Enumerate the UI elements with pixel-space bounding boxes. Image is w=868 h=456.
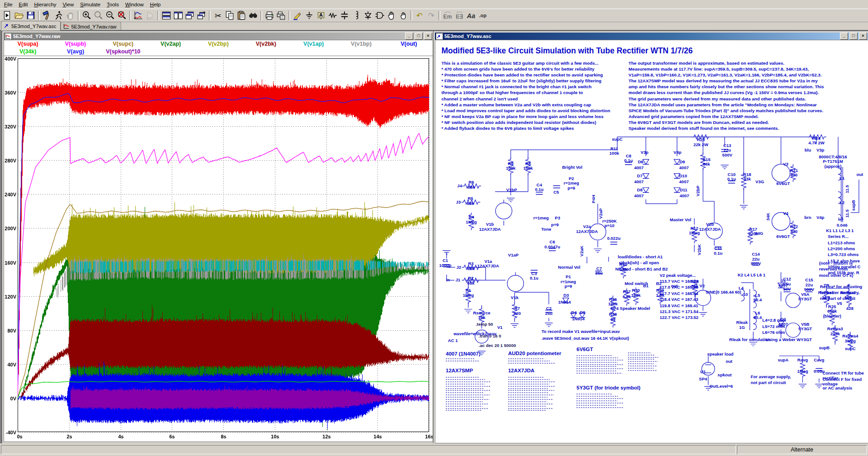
component-label: 0.046 [837,223,848,228]
component-label: 119.8 VAC = 169.41 [660,303,698,308]
mirror-button[interactable]: Em [442,10,453,21]
component-label: TR [824,283,830,288]
model-text-line [508,394,554,395]
legend-trace[interactable]: V(v2bp) [194,40,242,48]
waveform-window-titlebar[interactable]: 5E3mod_Y7wav.raw _ □ × [4,33,433,40]
inductor-button[interactable] [350,10,362,21]
find-button[interactable] [247,10,259,21]
component-label: V3p [816,148,824,153]
zoom-in-button[interactable] [81,10,93,21]
open-button[interactable] [13,10,25,21]
redo-button[interactable]: ↷ [425,10,437,21]
legend-trace[interactable]: V(v2bk) [242,40,290,48]
component-label: Series R... [828,234,849,239]
ground-button[interactable] [303,10,315,21]
component-label: C6 0.0047u [544,240,560,249]
component-label: Using a Weber WY3GT [766,337,812,342]
legend-trace[interactable]: V(supb) [52,40,99,48]
component-label: C8 0.1u [624,154,633,163]
component-label: V4G [755,231,763,236]
legend-trace[interactable]: V(out) [385,40,433,48]
component-label: 11.5 [845,185,850,193]
component-label: V3p [641,150,648,155]
component-button[interactable] [374,10,386,21]
component-label: Rleak for simulation [729,337,770,342]
model-text-line [628,359,654,360]
component-label: D2 4007 [778,317,788,327]
zoom-area-button[interactable] [93,10,104,21]
waveform-window-title: 5E3mod_Y7wav.raw [13,33,404,39]
autorange-waveform-button[interactable] [132,10,144,21]
legend-trace[interactable]: V(avg) [52,48,99,56]
legend-trace[interactable]: V(supa) [4,40,52,48]
print-button[interactable] [264,10,275,21]
rotate-button[interactable]: E∃ [453,10,465,21]
maximize-button[interactable]: □ [415,33,423,40]
model-text-line [628,368,653,369]
schematic-window-titlebar[interactable]: 5E3mod_Y7wav.asc _ □ × [435,33,868,40]
save-button[interactable] [25,10,37,21]
component-label: L1=213 ohms [828,240,855,245]
draw-wire-button[interactable] [292,10,303,21]
legend-trace[interactable]: V(v1ap) [290,40,337,48]
menu-hierarchy[interactable]: Hierarchy [31,1,59,8]
menu-simulate[interactable]: Simulate [77,1,104,8]
menu-tools[interactable]: Tools [104,1,122,8]
component-label: Rextra4 3Meg [842,334,858,344]
legend-trace[interactable]: V(v1bp) [337,40,385,48]
resistor-button[interactable] [327,10,339,21]
capacitor-button[interactable] [339,10,350,21]
move-button[interactable] [386,10,397,21]
cascade-button[interactable] [184,10,196,21]
zoom-extents-button[interactable] [116,10,128,21]
close-button[interactable]: × [424,33,432,40]
menu-help[interactable]: Help [147,1,164,8]
component-label: J3 [456,200,461,204]
model-text-line [576,400,618,401]
minimize-button[interactable]: _ [405,33,413,40]
component-label: V5B 5Y3GT [798,322,812,332]
maximize-button[interactable]: □ [849,33,858,40]
schematic-canvas[interactable]: Modified 5E3-like Circuit Simulation wit… [435,40,868,443]
tile-vertical-button[interactable] [172,10,184,21]
menu-file[interactable]: File [1,1,16,8]
text-button[interactable]: Aa [465,10,477,21]
zoom-out-button[interactable] [104,10,116,21]
diode-button[interactable] [362,10,374,21]
menu-view[interactable]: View [60,1,77,8]
tab-5E3mod_Y7wav.asc[interactable]: 5E3mod_Y7wav.asc [1,21,61,31]
menu-edit[interactable]: Edit [16,1,31,8]
component-label: R25 660k (bleeder) [823,304,841,319]
legend-trace[interactable]: V(spkout)*10 [99,48,147,56]
cascade-windows-button[interactable] [196,10,208,21]
menu-window[interactable]: Window [122,1,147,8]
close-button[interactable]: × [859,33,867,40]
legend-trace[interactable]: V(v2ap) [147,40,194,48]
component-label: 4007 [679,194,689,199]
undo-button[interactable]: ↶ [414,10,425,21]
paste-button[interactable] [236,10,247,21]
toolbar: ✂A↶↷EmE∃Aa.op [0,9,868,22]
halt-button[interactable] [65,10,76,21]
spice-directive-button[interactable]: .op [477,10,489,21]
component-label: L6 90.4 [754,311,762,320]
minimize-button[interactable]: _ [840,33,848,40]
tile-horizontal-button[interactable] [160,10,172,21]
new-schematic-button[interactable] [1,10,13,21]
component-label: supA [778,357,788,362]
print-preview-button[interactable] [275,10,287,21]
control-panel-button[interactable] [41,10,53,21]
drag-button[interactable] [397,10,409,21]
run-button[interactable] [53,10,65,21]
net-label-button[interactable]: A [315,10,327,21]
copy-button[interactable] [224,10,236,21]
cut-button[interactable]: ✂ [212,10,224,21]
efficiency-report-button[interactable] [144,10,156,21]
legend-trace[interactable]: V(34k) [4,48,52,56]
waveform-plot[interactable] [4,56,433,442]
component-label: supB [851,200,856,211]
model-header: 6V6GT [576,346,593,352]
legend-trace[interactable]: V(supc) [99,40,147,48]
note-line: through a 1000pF so that higher frequenc… [441,90,583,95]
tab-5E3mod_Y7wav.raw[interactable]: 5E3mod_Y7wav.raw [61,22,121,31]
